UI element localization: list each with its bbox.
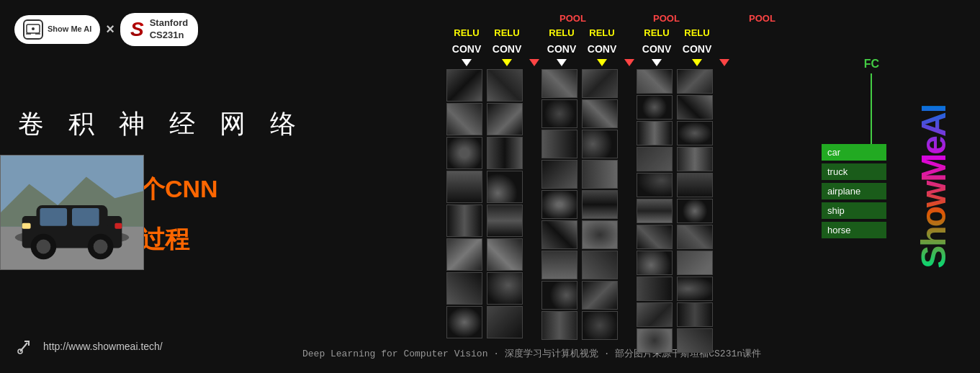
relu-label-4: RELU [582, 27, 622, 38]
conv-labels-row: CONV CONV CONV CONV CONV CONV [446, 43, 717, 55]
stanford-text: Stanford CS231n [150, 17, 188, 42]
svg-point-16 [94, 240, 108, 254]
cross-symbol: × [106, 21, 114, 37]
class-results: car truck airplane ship horse [822, 144, 886, 238]
stanford-badge: S Stanford CS231n [120, 13, 198, 46]
class-car: car [822, 144, 886, 161]
svg-point-14 [37, 240, 51, 254]
conv-label-3: CONV [541, 43, 582, 55]
main-title: 卷 积 神 经 网 络 [18, 107, 305, 142]
class-truck: truck [822, 163, 886, 180]
svg-rect-17 [22, 223, 31, 229]
relu-labels-row: RELU RELU RELU RELU RELU RELU [446, 27, 717, 38]
conv-label-6: CONV [677, 43, 717, 55]
showmeai-icon [23, 19, 43, 40]
svg-rect-12 [72, 208, 99, 226]
conv-label-4: CONV [582, 43, 622, 55]
pool-label-2: POOL [653, 13, 680, 24]
layer-col-2 [487, 69, 527, 338]
layer-col-6 [677, 69, 717, 353]
layer-col-5 [637, 69, 677, 353]
car-image [0, 155, 144, 270]
svg-rect-11 [40, 208, 67, 226]
layer-col-1 [446, 69, 487, 338]
conv-label-5: CONV [637, 43, 677, 55]
feature-maps-row [446, 69, 732, 353]
fc-arrow-area: FC [864, 58, 879, 145]
cnn-visualization: POOL POOL POOL RELU RELU RELU RELU RELU … [446, 0, 886, 346]
class-ship: ship [822, 202, 886, 219]
showmeai-logo-text: Show Me AI [48, 24, 91, 34]
conv-label-1: CONV [446, 43, 487, 55]
logo-area: Show Me AI × S Stanford CS231n [14, 13, 198, 46]
arrows-row [446, 59, 732, 66]
bottom-link: http://www.showmeai.tech/ [14, 336, 163, 357]
class-horse: horse [822, 222, 886, 238]
pool-label-1: POOL [559, 13, 586, 24]
showmeai-badge: Show Me AI [14, 15, 100, 44]
svg-point-1 [32, 27, 35, 30]
conv-label-2: CONV [487, 43, 527, 55]
link-icon [14, 336, 36, 357]
fc-arrow-line [871, 73, 872, 145]
svg-rect-18 [114, 223, 122, 229]
link-url: http://www.showmeai.tech/ [43, 341, 163, 352]
watermark-right: ShowMeAI [886, 0, 980, 373]
pool-label-3: POOL [749, 13, 776, 24]
relu-label-3: RELU [541, 27, 582, 38]
relu-label-5: RELU [637, 27, 677, 38]
class-airplane: airplane [822, 183, 886, 199]
fc-label: FC [864, 58, 879, 71]
relu-label-6: RELU [677, 27, 717, 38]
layer-col-4 [582, 69, 622, 340]
stanford-s-logo: S [130, 18, 144, 41]
relu-label-1: RELU [446, 27, 487, 38]
watermark-text: ShowMeAI [914, 105, 953, 269]
car-svg [1, 155, 143, 270]
layer-col-3 [541, 69, 582, 340]
relu-label-2: RELU [487, 27, 527, 38]
